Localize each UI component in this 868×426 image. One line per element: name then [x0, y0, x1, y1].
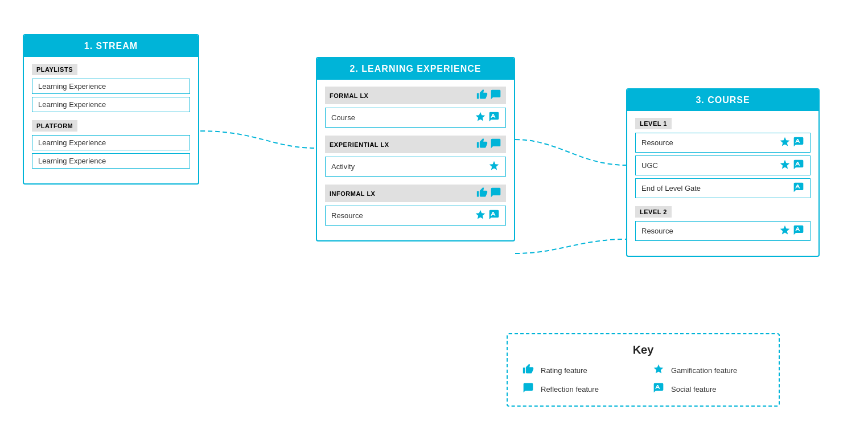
social-icon	[793, 136, 804, 149]
key-rating-label: Rating feature	[541, 366, 587, 375]
platform-section: PLATFORM Learning Experience Learning Ex…	[32, 120, 190, 169]
list-item: Learning Experience	[32, 79, 190, 94]
thumbsup-icon	[476, 138, 488, 151]
course-header-title: 3. COURSE	[627, 89, 818, 111]
activity-item-icons	[488, 160, 500, 173]
informal-lx-header: INFORMAL LX	[325, 185, 506, 202]
key-title: Key	[521, 343, 765, 357]
social-icon	[793, 182, 804, 195]
key-social-label: Social feature	[671, 385, 717, 394]
key-box: Key Rating feature Gamification feature …	[507, 333, 780, 407]
experiential-lx-section: EXPERIENTIAL LX Activity	[325, 136, 506, 177]
resource-label: Resource	[641, 138, 673, 147]
course-box: 3. COURSE LEVEL 1 Resource UGC	[626, 88, 820, 257]
playlist-item-2-label: Learning Experience	[38, 100, 106, 109]
course-item-label: Course	[331, 113, 355, 122]
informal-lx-section: INFORMAL LX Resource	[325, 185, 506, 226]
activity-item-label: Activity	[331, 162, 355, 171]
list-item: End of Level Gate	[635, 178, 811, 198]
lx-header-title: 2. LEARNING EXPERIENCE	[317, 58, 514, 80]
star-icon	[488, 160, 500, 173]
lx-box: 2. LEARNING EXPERIENCE FORMAL LX Course	[316, 57, 515, 241]
thumbsup-icon	[476, 187, 488, 200]
key-item-reflection: Reflection feature	[521, 382, 635, 396]
playlists-label: PLAYLISTS	[32, 64, 77, 75]
formal-lx-label: FORMAL LX	[330, 92, 368, 99]
chat-icon	[490, 138, 501, 151]
stream-body: PLAYLISTS Learning Experience Learning E…	[24, 57, 198, 183]
resource-item-label: Resource	[331, 211, 363, 220]
level2-label: LEVEL 2	[635, 206, 672, 218]
end-of-level-gate-label: End of Level Gate	[641, 184, 701, 192]
level2-section: LEVEL 2 Resource	[635, 206, 811, 241]
social-chat-icon	[652, 382, 665, 396]
level1-section: LEVEL 1 Resource UGC End of L	[635, 118, 811, 198]
stream-header: 1. STREAM	[24, 35, 198, 57]
formal-lx-section: FORMAL LX Course	[325, 87, 506, 128]
list-item: Learning Experience	[32, 97, 190, 112]
list-item: Learning Experience	[32, 135, 190, 150]
key-gamification-label: Gamification feature	[671, 366, 737, 375]
resource2-label: Resource	[641, 227, 673, 235]
playlist-item-1-label: Learning Experience	[38, 82, 106, 91]
playlists-section: PLAYLISTS Learning Experience Learning E…	[32, 64, 190, 112]
stream-box: 1. STREAM PLAYLISTS Learning Experience …	[23, 34, 199, 185]
list-item: Course	[325, 108, 506, 128]
lx-body: FORMAL LX Course EXPERIENT	[317, 80, 514, 240]
social-icon	[793, 159, 804, 172]
experiential-lx-icons	[476, 138, 501, 151]
thumbsup-icon	[476, 89, 488, 102]
resource-icons	[779, 136, 804, 149]
list-item: Resource	[635, 221, 811, 241]
list-item: Activity	[325, 157, 506, 177]
list-item: Learning Experience	[32, 153, 190, 169]
social-icon	[488, 111, 500, 124]
chat-bubble-icon	[521, 382, 535, 396]
star-icon	[475, 111, 486, 124]
resource-item-icons	[475, 209, 500, 222]
key-grid: Rating feature Gamification feature Refl…	[521, 363, 765, 396]
chat-icon	[490, 187, 501, 200]
social-icon	[488, 209, 500, 222]
social-icon	[793, 224, 804, 237]
resource2-icons	[779, 224, 804, 237]
informal-lx-icons	[476, 187, 501, 200]
formal-lx-header: FORMAL LX	[325, 87, 506, 104]
star-icon	[779, 224, 791, 237]
ugc-icons	[779, 159, 804, 172]
key-item-rating: Rating feature	[521, 363, 635, 378]
star-icon	[475, 209, 486, 222]
star-icon	[652, 363, 665, 378]
experiential-lx-header: EXPERIENTIAL LX	[325, 136, 506, 153]
star-icon	[779, 159, 791, 172]
course-body: LEVEL 1 Resource UGC End of L	[627, 111, 818, 256]
platform-item-2-label: Learning Experience	[38, 157, 106, 165]
thumbsup-icon	[521, 363, 535, 378]
list-item: Resource	[635, 133, 811, 153]
experiential-lx-label: EXPERIENTIAL LX	[330, 141, 389, 148]
key-reflection-label: Reflection feature	[541, 385, 599, 394]
course-item-icons	[475, 111, 500, 124]
chat-icon	[490, 89, 501, 102]
list-item: UGC	[635, 155, 811, 175]
platform-item-1-label: Learning Experience	[38, 138, 106, 147]
list-item: Resource	[325, 206, 506, 226]
star-icon	[779, 136, 791, 149]
end-of-level-icons	[793, 182, 804, 195]
ugc-label: UGC	[641, 161, 658, 170]
key-item-gamification: Gamification feature	[652, 363, 765, 378]
level1-label: LEVEL 1	[635, 118, 672, 129]
diagram-container: .connector { fill: none; stroke: #00b4d8…	[0, 0, 868, 426]
platform-label: PLATFORM	[32, 120, 77, 132]
formal-lx-icons	[476, 89, 501, 102]
informal-lx-label: INFORMAL LX	[330, 190, 375, 197]
key-item-social: Social feature	[652, 382, 765, 396]
